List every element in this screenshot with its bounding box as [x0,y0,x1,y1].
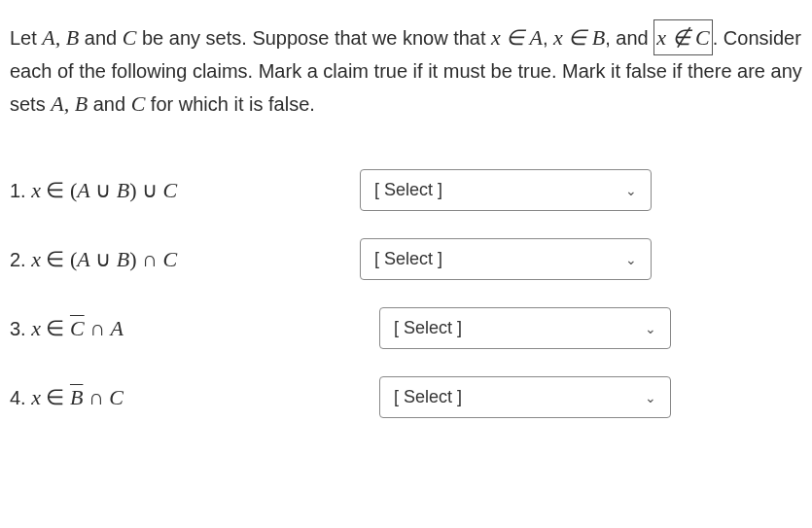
select-placeholder: [ Select ] [374,180,442,200]
question-preamble: Let A, B and C be any sets. Suppose that… [10,19,802,121]
question-label: 2. x ∈ (A ∪ B) ∩ C [10,247,360,272]
question-label: 3. x ∈ C ∩ A [10,316,360,341]
text: be any sets. Suppose that we know that [136,27,491,49]
select-box[interactable]: [ Select ]⌄ [360,169,652,211]
text: , and [605,27,653,49]
question-row: 4. x ∈ B ∩ C[ Select ]⌄ [10,376,802,418]
text: for which it is false. [145,93,315,115]
text: and [79,27,122,49]
math-sets2: A, B [51,91,88,116]
answer-select[interactable]: [ Select ]⌄ [379,307,671,349]
chevron-down-icon: ⌄ [645,390,656,405]
math-cond3: x ∉ C [656,25,709,50]
questions-list: 1. x ∈ (A ∪ B) ∪ C[ Select ]⌄2. x ∈ (A ∪… [10,169,802,418]
text: , [543,27,553,49]
chevron-down-icon: ⌄ [625,252,637,267]
question-row: 2. x ∈ (A ∪ B) ∩ C[ Select ]⌄ [10,238,802,280]
question-row: 1. x ∈ (A ∪ B) ∪ C[ Select ]⌄ [10,169,802,211]
select-box[interactable]: [ Select ]⌄ [360,238,652,280]
select-placeholder: [ Select ] [394,318,462,338]
select-placeholder: [ Select ] [374,249,442,269]
chevron-down-icon: ⌄ [645,321,656,336]
text: and [88,93,130,115]
text: Let [10,27,42,49]
boxed-condition: x ∉ C [653,19,712,55]
question-label: 1. x ∈ (A ∪ B) ∪ C [10,178,360,203]
question-row: 3. x ∈ C ∩ A[ Select ]⌄ [10,307,802,349]
chevron-down-icon: ⌄ [625,183,637,198]
question-label: 4. x ∈ B ∩ C [10,385,360,410]
math-set-c2: C [131,91,146,116]
select-box[interactable]: [ Select ]⌄ [379,376,671,418]
select-placeholder: [ Select ] [394,387,462,407]
math-cond1: x ∈ A [491,25,543,50]
answer-select[interactable]: [ Select ]⌄ [360,238,652,280]
math-set-c: C [123,25,137,50]
answer-select[interactable]: [ Select ]⌄ [379,376,671,418]
math-sets: A, B [42,25,79,50]
select-box[interactable]: [ Select ]⌄ [379,307,671,349]
math-cond2: x ∈ B [553,25,605,50]
answer-select[interactable]: [ Select ]⌄ [360,169,652,211]
